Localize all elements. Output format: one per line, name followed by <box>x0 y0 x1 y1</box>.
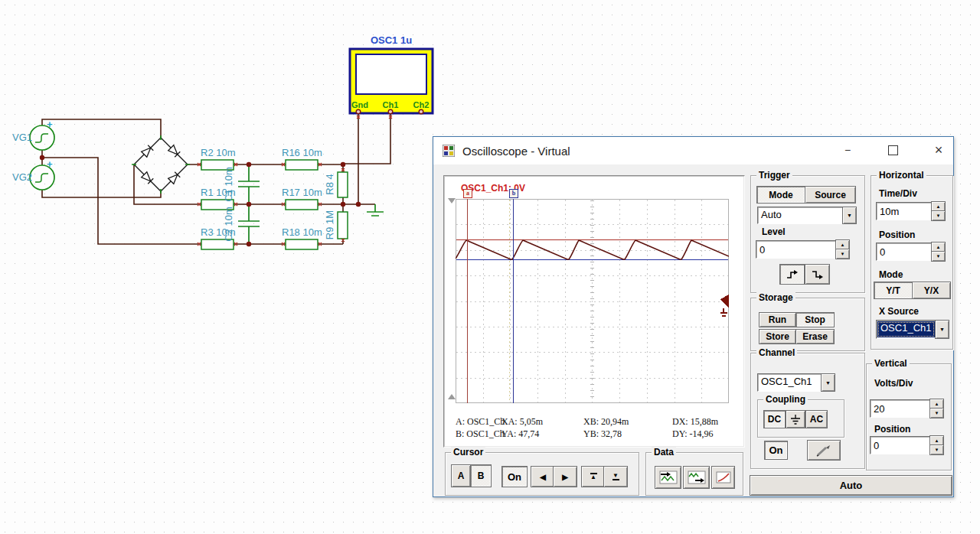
erase-button[interactable]: Erase <box>796 330 834 344</box>
trigger-source-button[interactable]: Source <box>805 187 855 203</box>
horizontal-position-label: Position <box>879 230 915 240</box>
data-import-button[interactable] <box>655 467 681 488</box>
cursor-on-button[interactable]: On <box>502 467 527 487</box>
coupling-dc-button[interactable]: DC <box>764 411 785 428</box>
trigger-level-spinner[interactable]: ▲ ▼ <box>836 240 849 259</box>
window-titlebar[interactable]: Oscilloscope - Virtual − × <box>433 137 953 164</box>
maximize-button[interactable] <box>880 138 906 161</box>
readout-xa: XA: 5,05m <box>501 416 543 428</box>
channel-on-label: On <box>769 444 782 456</box>
horizontal-group-title: Horizontal <box>877 170 926 181</box>
cursor-left-button[interactable]: ◀ <box>531 467 554 487</box>
trigger-level-field[interactable] <box>756 240 836 259</box>
trigger-level-label: Level <box>762 226 786 237</box>
vertical-position-field[interactable] <box>870 436 930 454</box>
maximize-icon <box>888 145 898 155</box>
cursor-on-label: On <box>508 471 521 483</box>
vertical-position-label: Position <box>874 424 910 435</box>
window-title: Oscilloscope - Virtual <box>462 145 570 158</box>
oscilloscope-block[interactable]: Gnd Ch1 Ch2 <box>350 49 433 114</box>
ground-coupling-icon <box>790 414 801 425</box>
cursor-jump-up-button[interactable]: ▲ <box>582 467 605 487</box>
data-export-button[interactable] <box>684 467 709 488</box>
auto-button[interactable]: Auto <box>750 476 952 495</box>
spin-up-icon[interactable]: ▲ <box>930 399 943 409</box>
run-button[interactable]: Run <box>760 313 795 327</box>
app-icon <box>443 145 455 157</box>
volts-div-spinner[interactable]: ▲ ▼ <box>930 399 943 418</box>
close-button[interactable]: × <box>926 138 952 161</box>
close-icon: × <box>935 142 943 158</box>
trigger-rising-edge-button[interactable] <box>780 265 804 284</box>
data-export-icon <box>688 471 706 484</box>
spin-down-icon[interactable]: ▼ <box>930 409 943 418</box>
readout-dy: DY: -14,96 <box>672 428 714 440</box>
cursor-a-button[interactable]: A <box>452 465 470 487</box>
spin-up-icon[interactable]: ▲ <box>932 243 945 252</box>
spin-down-icon[interactable]: ▼ <box>932 211 945 220</box>
scope-plot <box>456 199 729 403</box>
trigger-mode-button[interactable]: Mode <box>757 187 805 203</box>
run-label: Run <box>769 314 786 325</box>
cursor-group: Cursor A B On ◀ ▶ ▲ ▼ <box>445 452 639 496</box>
channel-on-button[interactable]: On <box>765 441 787 459</box>
time-div-spinner[interactable]: ▲ ▼ <box>932 202 945 220</box>
osc-screen <box>356 54 426 94</box>
yx-mode-button[interactable]: Y/X <box>913 282 950 298</box>
probe-button[interactable] <box>808 441 840 460</box>
vertical-position-spinner[interactable]: ▲ ▼ <box>930 436 943 454</box>
horizontal-position-spinner[interactable]: ▲ ▼ <box>932 243 945 261</box>
coupling-ground-button[interactable] <box>786 411 805 428</box>
coupling-ac-button[interactable]: AC <box>806 411 827 428</box>
resistor-r16 <box>286 160 318 170</box>
auto-label: Auto <box>840 480 863 491</box>
spin-down-icon[interactable]: ▼ <box>932 252 945 261</box>
storage-group-title: Storage <box>756 292 795 303</box>
cursor-left-icon: ◀ <box>540 473 546 481</box>
cursor-right-button[interactable]: ▶ <box>554 467 577 487</box>
spin-up-icon[interactable]: ▲ <box>932 202 945 211</box>
trigger-group-title: Trigger <box>756 170 792 181</box>
ground-symbol[interactable] <box>367 204 384 216</box>
capacitor-c1[interactable] <box>238 164 260 204</box>
left-marker-top-icon[interactable] <box>448 198 456 204</box>
spin-down-icon[interactable]: ▼ <box>930 445 943 454</box>
time-div-field[interactable] <box>876 202 932 220</box>
label-r16: R16 10m <box>282 147 322 158</box>
trigger-falling-edge-button[interactable] <box>805 265 829 284</box>
combo-arrow-icon[interactable]: ▼ <box>822 374 835 391</box>
combo-arrow-icon[interactable]: ▼ <box>843 207 856 223</box>
combo-arrow-icon[interactable]: ▼ <box>936 321 949 338</box>
trigger-mode-label: Mode <box>769 190 792 200</box>
trigger-mode-value: Auto <box>758 207 843 223</box>
minimize-button[interactable]: − <box>835 138 861 161</box>
resistor-r17 <box>286 200 318 210</box>
horizontal-position-field[interactable] <box>876 243 932 261</box>
x-source-combo[interactable]: OSC1_Ch1 ▼ <box>876 320 949 339</box>
plus-marker: + <box>47 119 53 130</box>
x-source-label: X Source <box>879 306 919 317</box>
scope-display-panel: OSC1_Ch1: 0V a b <box>443 175 745 448</box>
stop-button[interactable]: Stop <box>796 313 834 327</box>
spin-down-icon[interactable]: ▼ <box>836 249 849 259</box>
schematic-canvas[interactable]: + + VG1 VG2 R2 10m R16 10m R1 10m R1 <box>0 0 444 264</box>
label-r9: R9 1M <box>324 210 335 239</box>
diode-bridge[interactable] <box>132 135 190 194</box>
data-curve-button[interactable] <box>712 467 734 488</box>
channel-combo[interactable]: OSC1_Ch1 ▼ <box>757 373 835 392</box>
data-import-icon <box>659 471 678 484</box>
trigger-mode-combo[interactable]: Auto ▼ <box>757 207 857 224</box>
capacitor-c2[interactable] <box>238 204 260 244</box>
left-marker-bottom-icon[interactable] <box>448 394 456 399</box>
time-div-label: Time/Div <box>879 188 917 199</box>
spin-up-icon[interactable]: ▲ <box>836 240 849 249</box>
cursor-b-button[interactable]: B <box>471 465 491 487</box>
cursor-a-handle[interactable]: a <box>463 189 472 198</box>
volts-div-field[interactable] <box>870 399 930 418</box>
spin-up-icon[interactable]: ▲ <box>930 436 943 445</box>
store-button[interactable]: Store <box>760 330 795 344</box>
cursor-jump-down-button[interactable]: ▼ <box>604 467 627 487</box>
cursor-b-handle[interactable]: b <box>509 189 518 198</box>
yt-mode-button[interactable]: Y/T <box>874 282 912 298</box>
osc-pin-gnd-label: Gnd <box>351 100 368 109</box>
